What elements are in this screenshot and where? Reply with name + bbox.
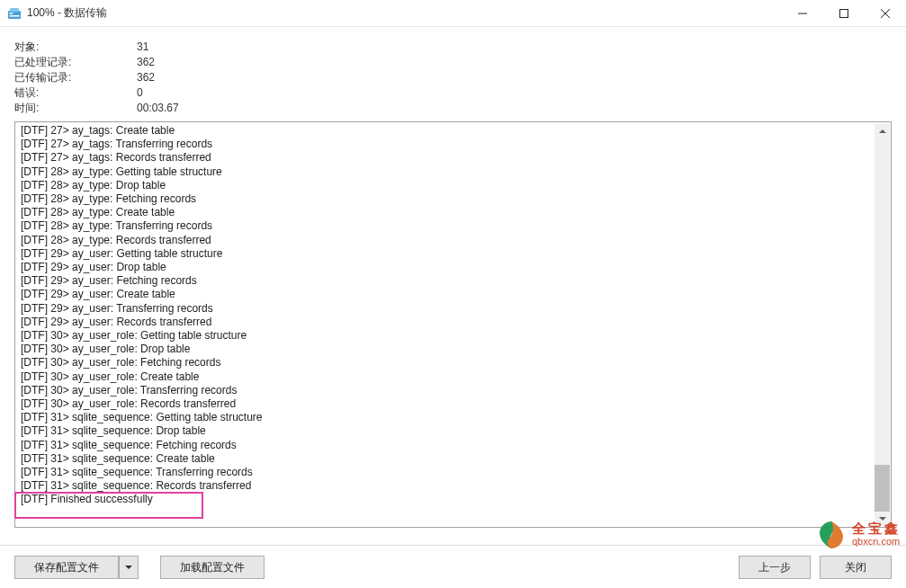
close-button[interactable]: 关闭 xyxy=(820,556,892,579)
log-line: [DTF] Finished successfully xyxy=(21,493,885,506)
svg-rect-0 xyxy=(8,11,21,19)
load-profile-button[interactable]: 加载配置文件 xyxy=(160,556,265,579)
log-line: [DTF] 31> sqlite_sequence: Transferring … xyxy=(21,466,885,479)
log-line: [DTF] 29> ay_user: Getting table structu… xyxy=(21,247,885,261)
stats-row-objects: 对象: 31 xyxy=(14,40,892,55)
log-line: [DTF] 31> sqlite_sequence: Records trans… xyxy=(21,479,885,493)
log-line: [DTF] 28> ay_type: Records transferred xyxy=(21,234,885,247)
log-line: [DTF] 31> sqlite_sequence: Fetching reco… xyxy=(21,439,885,452)
scroll-up-icon[interactable] xyxy=(875,123,890,138)
log-line: [DTF] 30> ay_user_role: Create table xyxy=(21,370,885,384)
scrollbar[interactable] xyxy=(875,123,890,526)
stats-value: 0 xyxy=(137,85,143,101)
window-controls xyxy=(782,0,906,26)
log-line: [DTF] 30> ay_user_role: Transferring rec… xyxy=(21,384,885,397)
svg-rect-3 xyxy=(10,15,20,17)
stats-label: 错误: xyxy=(14,85,137,101)
separator xyxy=(0,545,906,546)
log-line: [DTF] 27> ay_tags: Records transferred xyxy=(21,151,885,165)
scroll-down-icon[interactable] xyxy=(875,511,890,526)
svg-rect-2 xyxy=(10,13,13,14)
log-text[interactable]: [DTF] 27> ay_tags: Create table[DTF] 27>… xyxy=(15,122,891,527)
stats-row-time: 时间: 00:03.67 xyxy=(14,101,892,116)
log-panel: [DTF] 27> ay_tags: Create table[DTF] 27>… xyxy=(14,121,892,528)
log-line: [DTF] 29> ay_user: Drop table xyxy=(21,261,885,274)
stats-label: 已传输记录: xyxy=(14,70,137,85)
stats-row-processed: 已处理记录: 362 xyxy=(14,55,892,70)
save-profile-dropdown-button[interactable] xyxy=(119,556,139,579)
log-line: [DTF] 30> ay_user_role: Records transfer… xyxy=(21,397,885,411)
titlebar: 100% - 数据传输 xyxy=(0,0,906,27)
stats-value: 362 xyxy=(137,55,155,70)
stats-value: 00:03.67 xyxy=(137,101,179,116)
maximize-button[interactable] xyxy=(823,0,865,26)
content-area: 对象: 31 已处理记录: 362 已传输记录: 362 错误: 0 时间: 0… xyxy=(0,27,906,528)
log-line: [DTF] 29> ay_user: Fetching records xyxy=(21,274,885,288)
stats-value: 362 xyxy=(137,70,155,85)
log-line: [DTF] 28> ay_type: Getting table structu… xyxy=(21,165,885,179)
log-line: [DTF] 30> ay_user_role: Getting table st… xyxy=(21,329,885,343)
stats-label: 时间: xyxy=(14,101,137,116)
log-line: [DTF] 30> ay_user_role: Fetching records xyxy=(21,356,885,370)
stats-label: 对象: xyxy=(14,40,137,55)
close-window-button[interactable] xyxy=(865,0,906,26)
svg-marker-8 xyxy=(879,129,886,133)
log-line: [DTF] 27> ay_tags: Transferring records xyxy=(21,138,885,151)
stats-row-errors: 错误: 0 xyxy=(14,85,892,101)
log-line: [DTF] 27> ay_tags: Create table xyxy=(21,124,885,138)
log-line: [DTF] 30> ay_user_role: Drop table xyxy=(21,343,885,356)
save-profile-button[interactable]: 保存配置文件 xyxy=(14,556,119,579)
svg-marker-10 xyxy=(125,566,132,569)
svg-rect-5 xyxy=(840,9,848,17)
minimize-button[interactable] xyxy=(782,0,823,26)
stats-table: 对象: 31 已处理记录: 362 已传输记录: 362 错误: 0 时间: 0… xyxy=(14,40,892,116)
log-line: [DTF] 31> sqlite_sequence: Drop table xyxy=(21,424,885,438)
previous-step-button[interactable]: 上一步 xyxy=(739,556,811,579)
log-line: [DTF] 28> ay_type: Fetching records xyxy=(21,192,885,206)
stats-row-transferred: 已传输记录: 362 xyxy=(14,70,892,85)
log-line: [DTF] 29> ay_user: Transferring records xyxy=(21,302,885,316)
svg-rect-1 xyxy=(10,8,19,12)
log-line: [DTF] 28> ay_type: Transferring records xyxy=(21,219,885,233)
log-line: [DTF] 28> ay_type: Create table xyxy=(21,206,885,219)
log-line: [DTF] 31> sqlite_sequence: Getting table… xyxy=(21,411,885,424)
window-title: 100% - 数据传输 xyxy=(27,5,782,21)
svg-marker-9 xyxy=(879,517,886,521)
log-line: [DTF] 28> ay_type: Drop table xyxy=(21,179,885,192)
scroll-thumb[interactable] xyxy=(875,465,890,512)
log-line: [DTF] 29> ay_user: Create table xyxy=(21,288,885,301)
log-line: [DTF] 29> ay_user: Records transferred xyxy=(21,316,885,329)
stats-value: 31 xyxy=(137,40,148,55)
log-line: [DTF] 31> sqlite_sequence: Create table xyxy=(21,452,885,466)
stats-label: 已处理记录: xyxy=(14,55,137,70)
app-icon xyxy=(7,6,22,21)
button-bar: 保存配置文件 加载配置文件 上一步 关闭 xyxy=(0,547,906,588)
